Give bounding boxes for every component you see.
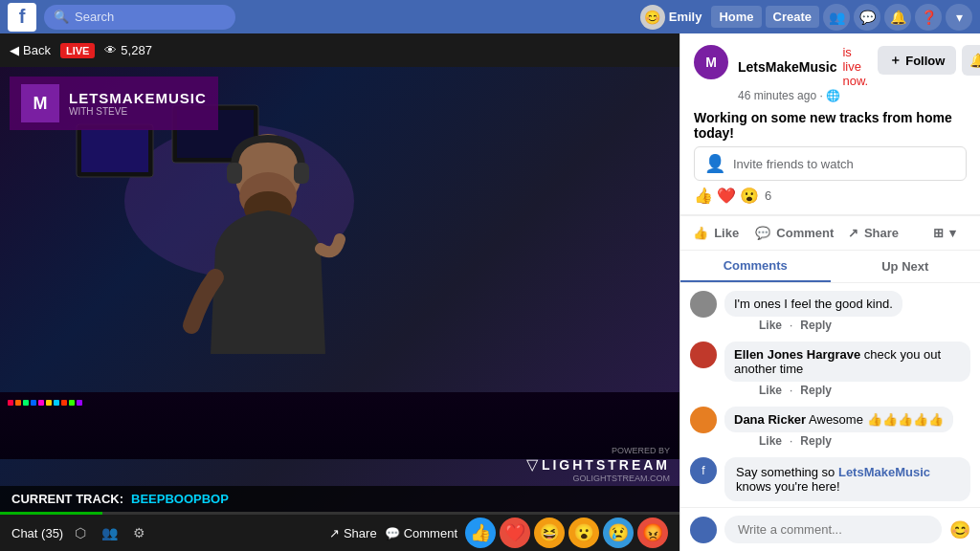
notifications-icon[interactable]: 🔔	[884, 4, 911, 31]
tab-comments[interactable]: Comments	[680, 251, 831, 282]
share-label: Share	[864, 226, 899, 240]
sidebar: M LetsMakeMusic is live now. 46 minutes …	[679, 33, 980, 551]
main-content: ◀ Back LIVE 👁 5,287	[0, 33, 980, 551]
wow-emoji: 😮	[740, 187, 759, 205]
help-icon[interactable]: ❓	[915, 4, 942, 31]
like-reaction-button[interactable]: 👍	[465, 518, 496, 548]
video-top-bar: ◀ Back LIVE 👁 5,287	[0, 33, 679, 67]
top-navigation: f 🔍 😊 Emily Home Create 👥 💬 🔔 ❓ ▾	[0, 0, 980, 33]
comment-item: Ellen Jones Hargrave check you out anoth…	[690, 342, 970, 397]
like-emoji: 👍	[694, 187, 713, 205]
comment-like-link[interactable]: Like	[759, 319, 782, 332]
lightstream-logo: LIGHTSTREAM	[542, 457, 670, 473]
heart-reaction-button[interactable]: ❤️	[500, 518, 530, 548]
share-label: Share	[344, 526, 377, 540]
account-menu-icon[interactable]: ▾	[946, 4, 972, 31]
viewer-number: 5,287	[121, 43, 152, 57]
share-button[interactable]: ↗ Share	[329, 526, 377, 540]
chat-users-icon[interactable]: 👥	[98, 523, 122, 542]
header-actions: ＋ Follow 🔔 •••	[878, 45, 980, 76]
like-action-button[interactable]: 👍 Like	[680, 218, 751, 248]
page-sub: 46 minutes ago · 🌐	[738, 89, 868, 102]
share-action-button[interactable]: ↗ Share	[837, 218, 908, 248]
lightstream-url: GOLIGHTSTREAM.COM	[526, 474, 670, 483]
page-name-row: LetsMakeMusic is live now.	[738, 45, 868, 88]
user-avatar	[690, 517, 717, 543]
comment-actions: Like · Reply	[759, 434, 953, 448]
angry-reaction-button[interactable]: 😡	[637, 518, 668, 548]
tab-up-next[interactable]: Up Next	[831, 251, 981, 282]
comment-text: I'm ones I feel the good kind.	[734, 297, 893, 311]
heart-emoji: ❤️	[717, 187, 736, 205]
comment-like-link[interactable]: Like	[759, 384, 782, 397]
avatar: 😊	[640, 5, 665, 30]
chat-popout-icon[interactable]: ⬡	[71, 523, 90, 542]
comment-action-button[interactable]: 💬 Comment	[751, 218, 837, 248]
commenter-avatar	[690, 407, 717, 433]
create-button[interactable]: Create	[766, 6, 819, 28]
comment-input[interactable]	[724, 516, 942, 543]
search-icon: 🔍	[54, 10, 69, 24]
emoji-picker-button[interactable]: 😊	[949, 519, 970, 540]
stream-brand-overlay: M LETSMAKEMUSIC WITH STEVE	[10, 77, 218, 130]
page-link[interactable]: LetsMakeMusic	[838, 465, 930, 479]
comment-button[interactable]: 💬 Comment	[385, 526, 457, 540]
home-button[interactable]: Home	[711, 6, 761, 28]
chat-settings-icon[interactable]: ⚙	[129, 523, 149, 542]
search-input[interactable]	[75, 10, 226, 24]
page-info-text: LetsMakeMusic is live now. 46 minutes ag…	[738, 45, 868, 102]
more-reactions-button[interactable]: ⊞ ▾	[909, 218, 980, 248]
commenter-avatar	[690, 342, 717, 368]
comment-input-row: 😊	[680, 507, 980, 551]
lightstream-badge: POWERED BY ▽ LIGHTSTREAM GOLIGHTSTREAM.C…	[526, 446, 670, 483]
reaction-count: 6	[765, 188, 771, 203]
page-name: LetsMakeMusic	[738, 59, 836, 75]
nav-right: 😊 Emily Home Create 👥 💬 🔔 ❓ ▾	[635, 3, 972, 32]
comment-item: Dana Ricker Awesome 👍👍👍👍👍 Like · Reply	[690, 407, 970, 448]
video-background: M LETSMAKEMUSIC WITH STEVE POWERED BY ▽ …	[0, 67, 679, 512]
system-text-after: knows you're here!	[736, 479, 840, 494]
haha-reaction-button[interactable]: 😆	[534, 518, 565, 548]
comment-actions: Like · Reply	[759, 384, 970, 397]
facebook-logo: f	[8, 3, 36, 32]
search-bar[interactable]: 🔍	[44, 5, 235, 30]
commenter-name: Dana Ricker	[734, 412, 806, 427]
comment-reply-link[interactable]: Reply	[800, 434, 832, 448]
invite-friends-row[interactable]: 👤 Invite friends to watch	[694, 146, 967, 181]
current-track-label: CURRENT TRACK:	[11, 492, 123, 506]
fb-logo-letter: f	[19, 6, 26, 28]
messenger-icon[interactable]: 💬	[854, 4, 880, 31]
back-button[interactable]: ◀ Back	[10, 43, 51, 57]
follow-button[interactable]: ＋ Follow	[878, 46, 956, 75]
action-buttons-row: 👍 Like 💬 Comment ↗ Share ⊞ ▾	[680, 215, 980, 251]
reactions-summary-row: 👍 ❤️ 😮 6	[694, 187, 967, 205]
comment-bubble: Ellen Jones Hargrave check you out anoth…	[724, 342, 970, 382]
comment-bubble: I'm ones I feel the good kind.	[724, 291, 902, 317]
comment-like-link[interactable]: Like	[759, 434, 782, 448]
comment-bubble: Dana Ricker Awesome 👍👍👍👍👍	[724, 407, 953, 432]
comment-reply-link[interactable]: Reply	[800, 319, 832, 332]
tabs-row: Comments Up Next	[680, 251, 980, 283]
powered-by-label: POWERED BY	[526, 446, 670, 455]
sad-reaction-button[interactable]: 😢	[603, 518, 634, 548]
comment-text: Awesome 👍👍👍👍👍	[809, 412, 943, 427]
stream-title: LETSMAKEMUSIC	[69, 90, 207, 106]
comments-area[interactable]: I'm ones I feel the good kind. Like · Re…	[680, 283, 980, 507]
user-name: Emily	[669, 10, 702, 24]
video-progress-bar[interactable]	[0, 512, 679, 515]
comment-reply-link[interactable]: Reply	[800, 384, 832, 397]
video-container[interactable]: M LETSMAKEMUSIC WITH STEVE POWERED BY ▽ …	[0, 67, 679, 512]
svg-rect-7	[294, 163, 309, 184]
friends-icon[interactable]: 👥	[823, 4, 850, 31]
page-info: M LetsMakeMusic is live now. 46 minutes …	[694, 45, 967, 102]
wow-reaction-button[interactable]: 😮	[568, 518, 599, 548]
invite-text: Invite friends to watch	[733, 157, 854, 171]
user-profile-button[interactable]: 😊 Emily	[635, 3, 708, 32]
like-icon: 👍	[693, 226, 708, 240]
eye-icon: 👁	[104, 43, 117, 57]
video-panel: ◀ Back LIVE 👁 5,287	[0, 33, 679, 551]
comment-label: Comment	[776, 226, 834, 240]
commenter-avatar	[690, 291, 717, 318]
notification-button[interactable]: 🔔	[962, 45, 980, 76]
facebook-system-avatar: f	[690, 457, 717, 484]
